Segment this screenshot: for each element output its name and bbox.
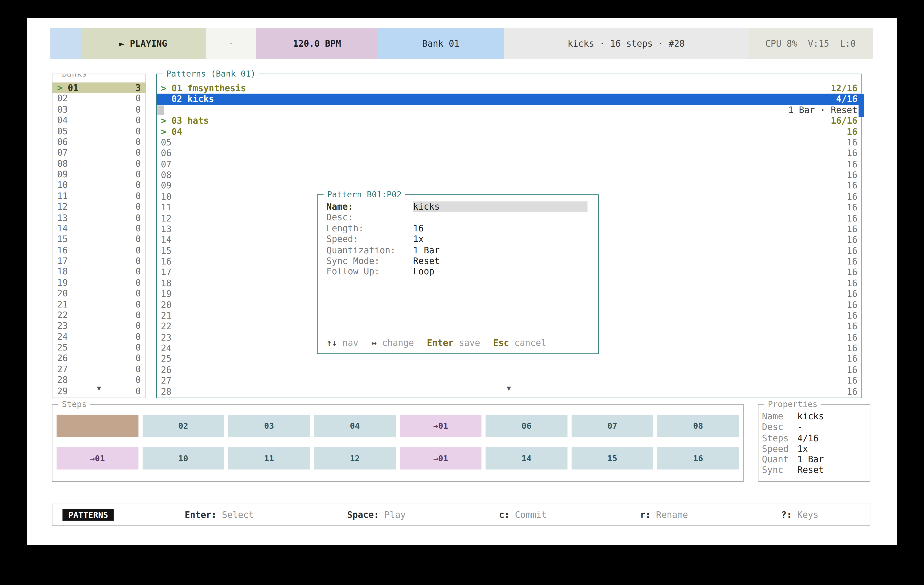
pattern-row[interactable]: 02 kicks 4/16 <box>157 94 861 105</box>
step-cell[interactable]: 08 <box>657 415 739 437</box>
bank-row[interactable]: 07 0 <box>53 147 145 158</box>
bank-row[interactable]: 12 0 <box>53 201 145 212</box>
bank-pattern-count: 0 <box>135 180 141 191</box>
patterns-scrollbar-thumb[interactable] <box>858 94 864 117</box>
pattern-row[interactable]: > 01 fmsynthesis 12/16 <box>157 83 861 94</box>
pattern-row[interactable]: 05 16 <box>157 137 861 148</box>
bank-row[interactable]: 16 0 <box>53 245 145 256</box>
step-cell[interactable]: 15 <box>571 447 653 470</box>
bank-row[interactable]: 13 0 <box>53 212 145 223</box>
hint-label: Commit <box>515 510 547 520</box>
bank-row[interactable]: 22 0 <box>53 310 145 321</box>
bank-pattern-count: 0 <box>135 375 141 386</box>
pattern-step-count: 16 <box>846 148 857 159</box>
bank-row[interactable]: 08 0 <box>53 158 145 169</box>
pattern-number: 20 <box>161 300 172 310</box>
pattern-edit-field[interactable]: Name: kicks <box>318 201 598 212</box>
pattern-edit-field[interactable]: Follow Up: Loop <box>318 266 598 277</box>
screen-background: ► PLAYING · 120.0 BPM Bank 01 kicks · 16… <box>0 0 924 585</box>
field-label: Sync Mode: <box>327 255 413 266</box>
pattern-row[interactable]: 08 16 <box>157 170 861 180</box>
field-value: 1 Bar <box>413 245 587 255</box>
pattern-step-count: 12/16 <box>831 83 857 94</box>
hint-label: Select <box>222 510 254 520</box>
pattern-filled-arrow-icon <box>161 94 172 105</box>
bank-row[interactable]: 10 0 <box>53 180 145 191</box>
pattern-row[interactable]: 06 16 <box>157 148 861 159</box>
bank-row[interactable]: 04 0 <box>53 115 145 126</box>
step-cell[interactable]: 14 <box>486 447 568 470</box>
bank-row[interactable]: 06 0 <box>53 137 145 147</box>
bank-row[interactable]: 27 0 <box>53 364 145 375</box>
bank-row[interactable]: 11 0 <box>53 191 145 202</box>
bank-row[interactable]: 05 0 <box>53 126 145 137</box>
bank-row[interactable]: 02 0 <box>53 93 145 104</box>
pattern-edit-field[interactable]: Sync Mode: Reset <box>318 255 598 266</box>
step-cell[interactable]: →01 <box>56 447 138 470</box>
steps-panel: Steps 02 03 04 →01 06 07 08 <box>52 404 744 482</box>
step-cell[interactable]: →01 <box>400 447 482 470</box>
pattern-number: 27 <box>161 375 172 386</box>
hint-key: Enter <box>427 338 459 348</box>
step-cell[interactable]: 06 <box>486 415 568 437</box>
bank-row[interactable]: > 01 3 <box>53 82 145 93</box>
bank-row[interactable]: 09 0 <box>53 169 145 180</box>
bank-row[interactable]: 26 0 <box>53 353 145 364</box>
bank-row[interactable]: 17 0 <box>53 255 145 266</box>
pattern-row[interactable]: 25 16 <box>157 354 861 364</box>
pattern-edit-field[interactable]: Length: 16 <box>318 223 598 234</box>
dialog-keyboard-hints: ↑↓ nav ↔ change Enter save Esc cancel <box>327 338 559 348</box>
properties-panel: Properties Name kicks Desc - Steps <box>758 404 870 482</box>
bank-selected-arrow-icon: > <box>57 82 68 93</box>
bank-number: 01 <box>68 82 79 93</box>
pattern-step-count: 16 <box>846 213 857 224</box>
bank-row[interactable]: 14 0 <box>53 223 145 234</box>
pattern-filled-arrow-icon: > <box>161 83 172 94</box>
pattern-edit-dialog-title: Pattern B01:P02 <box>323 190 405 199</box>
step-cell[interactable]: 04 <box>314 415 396 437</box>
pattern-row[interactable]: 26 16 <box>157 364 861 375</box>
pattern-row[interactable]: > 03 hats 16/16 <box>157 115 861 126</box>
pattern-edit-field[interactable]: Speed: 1x <box>318 234 598 245</box>
bank-row[interactable]: 23 0 <box>53 321 145 331</box>
pattern-edit-field[interactable]: Quantization: 1 Bar <box>318 245 598 255</box>
bank-row[interactable]: 19 0 <box>53 277 145 288</box>
bank-number: 06 <box>57 137 68 147</box>
step-cell[interactable]: →01 <box>400 415 482 437</box>
pattern-step-count: 16 <box>846 278 857 288</box>
step-cell[interactable]: 07 <box>571 415 653 437</box>
pattern-name: fmsynthesis <box>188 83 246 94</box>
dialog-hint: ↔ change <box>371 338 414 348</box>
key-hint: c: Commit <box>499 510 547 520</box>
bank-number: 20 <box>57 288 68 299</box>
step-cell[interactable]: 03 <box>228 415 310 437</box>
step-cell[interactable] <box>56 415 138 437</box>
pattern-step-count: 4/16 <box>836 94 857 105</box>
bank-row[interactable]: 24 0 <box>53 331 145 342</box>
property-row: Quant 1 Bar <box>762 454 868 465</box>
pattern-row[interactable]: 07 16 <box>157 159 861 170</box>
pattern-row[interactable]: 09 16 <box>157 180 861 191</box>
bank-row[interactable]: 21 0 <box>53 299 145 310</box>
pattern-step-count: 16 <box>846 180 857 191</box>
bank-pattern-count: 0 <box>135 364 141 375</box>
step-cell[interactable]: 12 <box>314 447 396 470</box>
pattern-number: 09 <box>161 180 172 191</box>
step-cell[interactable]: 11 <box>228 447 310 470</box>
hint-label: Keys <box>797 510 818 520</box>
bank-row[interactable]: 15 0 <box>53 234 145 245</box>
bank-row[interactable]: 03 0 <box>53 104 145 115</box>
step-cell[interactable]: 02 <box>142 415 224 437</box>
pattern-number: 12 <box>161 213 172 224</box>
pattern-step-count: 16 <box>846 288 857 300</box>
step-cell[interactable]: 16 <box>657 447 739 470</box>
bank-row[interactable]: 25 0 <box>53 342 145 353</box>
pattern-row[interactable]: 1 Bar · Reset <box>157 105 861 115</box>
bank-row[interactable]: 20 0 <box>53 288 145 299</box>
step-cell[interactable]: 10 <box>142 447 224 470</box>
pattern-edit-field[interactable]: Desc: <box>318 212 598 223</box>
bank-row[interactable]: 18 0 <box>53 266 145 277</box>
hint-key: ↔ <box>371 338 382 348</box>
pattern-filled-arrow-icon: > <box>161 115 172 126</box>
pattern-row[interactable]: > 04 16 <box>157 126 861 137</box>
